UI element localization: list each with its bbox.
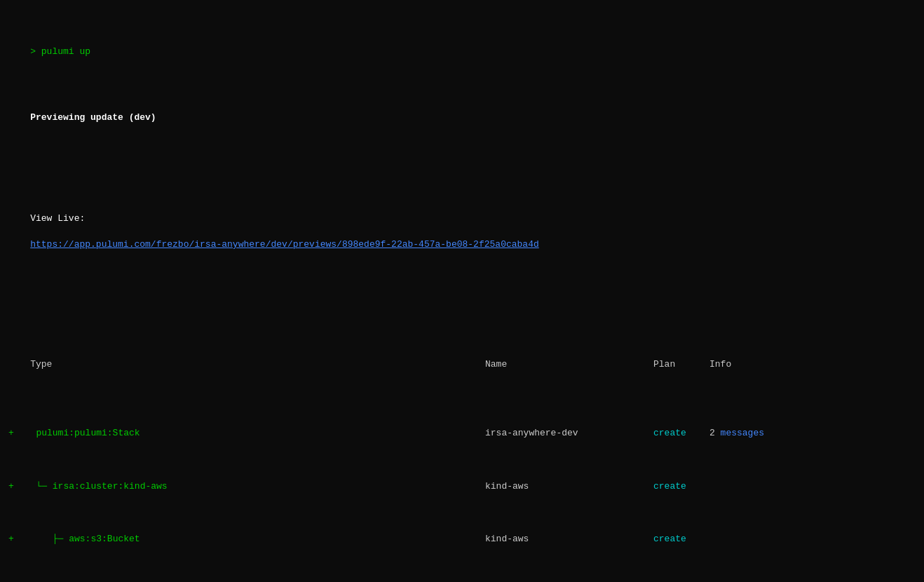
col-header-plan: Plan xyxy=(653,358,709,372)
table-row: + ├─ aws:s3:Bucket kind-aws create xyxy=(8,533,916,546)
command-text: > pulumi up xyxy=(30,46,90,57)
table-row: + pulumi:pulumi:Stack irsa-anywhere-dev … xyxy=(8,427,916,440)
terminal-window: > pulumi up Previewing update (dev) View… xyxy=(8,6,916,582)
view-live-label: View Live: xyxy=(30,213,85,224)
col-header-name: Name xyxy=(485,358,653,372)
preview-line: Previewing update (dev) xyxy=(8,98,916,138)
view-live-line: View Live: https://app.pulumi.com/frezbo… xyxy=(8,199,916,265)
col-header-type: Type xyxy=(8,358,485,372)
table-header: Type Name Plan Info xyxy=(8,358,916,372)
col-header-info: Info xyxy=(709,358,731,372)
view-live-url[interactable]: https://app.pulumi.com/frezbo/irsa-anywh… xyxy=(30,239,539,250)
command-line: > pulumi up xyxy=(8,32,916,72)
preview-text: Previewing update (dev) xyxy=(30,112,156,123)
table-row: + └─ irsa:cluster:kind-aws kind-aws crea… xyxy=(8,480,916,494)
